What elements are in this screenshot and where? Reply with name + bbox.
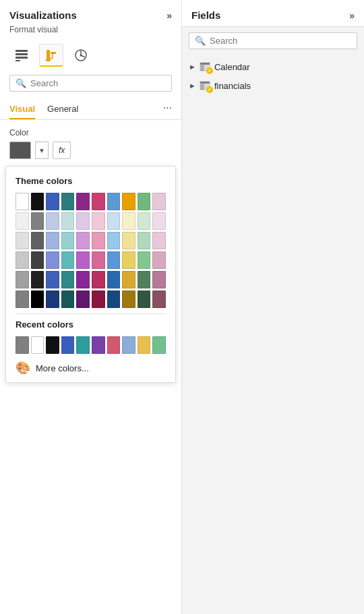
color-cell[interactable] [76,336,90,354]
color-cell[interactable] [122,193,135,210]
field-badge: ✓ [206,86,213,93]
color-cell[interactable] [107,232,121,249]
field-item-financials[interactable]: ► ✓ financials [182,76,364,95]
color-cell[interactable] [122,271,135,288]
color-cell[interactable] [138,212,151,230]
color-cell[interactable] [31,271,44,288]
color-cell[interactable] [92,336,105,354]
field-item-calendar[interactable]: ► ✓ Calendar [182,57,364,76]
color-cell[interactable] [61,251,75,269]
color-cell[interactable] [76,251,90,269]
analytics-format-button[interactable] [69,44,93,67]
color-cell[interactable] [46,193,59,210]
color-cell[interactable] [16,336,29,354]
field-table-icon: ✓ [199,80,211,92]
color-cell[interactable] [92,251,105,269]
color-cell[interactable] [107,251,121,269]
color-cell[interactable] [31,232,44,249]
field-label: Calendar [214,62,250,72]
color-cell[interactable] [76,271,90,288]
color-cell[interactable] [122,336,135,354]
color-cell[interactable] [46,251,59,269]
fx-button[interactable]: fx [53,142,71,159]
color-cell[interactable] [46,232,59,249]
color-cell[interactable] [107,212,121,230]
color-cell[interactable] [152,193,166,210]
color-cell[interactable] [16,251,29,269]
tab-more-button[interactable]: ··· [163,102,172,117]
color-cell[interactable] [152,336,166,354]
color-cell[interactable] [152,271,166,288]
color-cell[interactable] [16,212,29,230]
color-cell[interactable] [46,271,59,288]
color-cell[interactable] [46,290,59,308]
color-cell[interactable] [122,232,135,249]
svg-rect-13 [200,69,204,71]
search-input[interactable] [30,78,166,88]
color-cell[interactable] [138,336,151,354]
color-cell[interactable] [31,251,44,269]
svg-rect-11 [200,65,204,67]
color-cell[interactable] [107,336,121,354]
color-cell[interactable] [61,212,75,230]
color-cell[interactable] [76,212,90,230]
color-cell[interactable] [76,232,90,249]
color-cell[interactable] [107,271,121,288]
color-cell[interactable] [61,193,75,210]
color-cell[interactable] [76,193,90,210]
svg-rect-16 [200,84,204,86]
color-cell[interactable] [61,290,75,308]
color-swatch[interactable] [9,142,31,159]
color-cell[interactable] [152,212,166,230]
color-cell[interactable] [92,232,105,249]
fields-search-box[interactable]: 🔍 [189,32,357,49]
color-cell[interactable] [31,193,44,210]
table-format-button[interactable] [9,44,34,67]
tab-general[interactable]: General [47,98,78,119]
color-cell[interactable] [16,290,29,308]
svg-point-8 [80,55,82,57]
color-cell[interactable] [16,193,29,210]
fields-expand-icon[interactable]: » [349,10,355,21]
color-cell[interactable] [152,232,166,249]
color-cell[interactable] [107,193,121,210]
color-cell[interactable] [16,232,29,249]
color-cell[interactable] [92,212,105,230]
color-cell[interactable] [138,290,151,308]
color-cell[interactable] [122,212,135,230]
color-cell[interactable] [138,193,151,210]
color-cell[interactable] [31,290,44,308]
color-cell[interactable] [152,290,166,308]
color-cell[interactable] [92,290,105,308]
color-grid-row-5 [16,290,166,308]
color-cell[interactable] [122,251,135,269]
fields-panel: Fields » 🔍 ► ✓ Calendar ► [182,0,364,614]
color-cell[interactable] [76,290,90,308]
color-cell[interactable] [138,232,151,249]
color-cell[interactable] [31,212,44,230]
color-dropdown-button[interactable]: ▼ [35,142,49,159]
color-cell[interactable] [152,251,166,269]
color-cell[interactable] [31,336,44,354]
visualizations-search-box[interactable]: 🔍 [9,75,172,92]
color-cell[interactable] [46,336,59,354]
format-label: Format visual [0,24,181,40]
color-cell[interactable] [61,336,75,354]
color-cell[interactable] [46,212,59,230]
more-colors-button[interactable]: 🎨 More colors... [16,361,166,375]
color-cell[interactable] [138,251,151,269]
color-cell[interactable] [92,193,105,210]
color-cell[interactable] [92,271,105,288]
visualizations-title: Visualizations [9,9,77,21]
expand-icon[interactable]: » [166,10,172,21]
color-cell[interactable] [122,290,135,308]
color-cell[interactable] [107,290,121,308]
color-cell[interactable] [16,271,29,288]
tab-visual[interactable]: Visual [9,98,35,119]
paint-format-button[interactable] [39,44,63,67]
color-cell[interactable] [61,271,75,288]
fields-search-input[interactable] [210,36,351,46]
color-cell[interactable] [61,232,75,249]
fields-panel-title-row: Fields » [182,0,364,27]
color-cell[interactable] [138,271,151,288]
